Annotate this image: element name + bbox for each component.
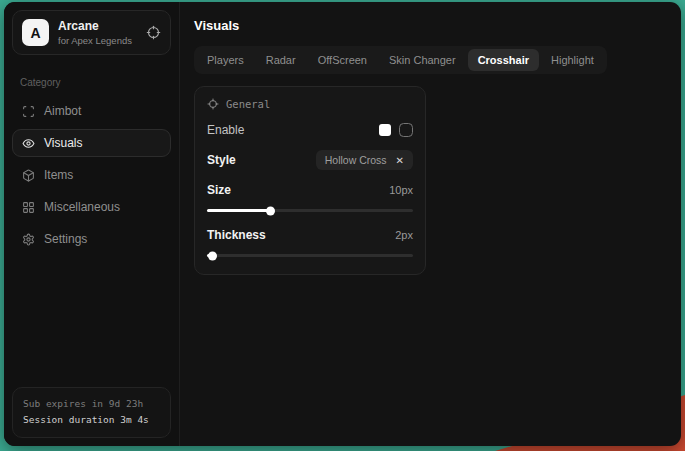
- target-icon[interactable]: [146, 25, 161, 40]
- sidebar-item-label: Items: [44, 168, 73, 182]
- aimbot-scan-icon: [22, 105, 35, 118]
- sub-expires-text: Sub expires in 9d 23h: [23, 396, 160, 413]
- style-select-value: Hollow Cross: [325, 154, 387, 166]
- subscription-card: Sub expires in 9d 23h Session duration 3…: [12, 387, 171, 438]
- sidebar-item-label: Visuals: [44, 136, 82, 150]
- tab-radar[interactable]: Radar: [256, 49, 306, 71]
- sidebar-item-items[interactable]: Items: [12, 161, 171, 189]
- enable-checkbox[interactable]: [399, 123, 413, 137]
- tab-offscreen[interactable]: OffScreen: [308, 49, 377, 71]
- thickness-value: 2px: [395, 229, 413, 241]
- general-panel: General Enable Style Hollow Cross ✕ Size: [194, 86, 426, 275]
- size-slider-fill: [207, 209, 271, 212]
- brand-text: Arcane for Apex Legends: [58, 19, 132, 46]
- sidebar: A Arcane for Apex Legends Category Aimbo…: [4, 2, 180, 446]
- category-label: Category: [20, 77, 163, 88]
- crosshair-icon: [207, 98, 219, 110]
- sidebar-item-miscellaneous[interactable]: Miscellaneous: [12, 193, 171, 221]
- settings-gear-icon: [22, 233, 35, 246]
- visuals-eye-icon: [22, 137, 35, 150]
- tab-players[interactable]: Players: [197, 49, 254, 71]
- thickness-slider-track[interactable]: [207, 254, 413, 257]
- enable-label: Enable: [207, 123, 244, 137]
- sidebar-item-label: Aimbot: [44, 104, 81, 118]
- size-slider-thumb[interactable]: [266, 206, 275, 215]
- page-title: Visuals: [194, 18, 667, 33]
- size-row: Size 10px: [207, 183, 413, 197]
- style-select[interactable]: Hollow Cross ✕: [316, 150, 413, 170]
- app-window: A Arcane for Apex Legends Category Aimbo…: [4, 2, 681, 446]
- items-box-icon: [22, 169, 35, 182]
- sidebar-item-label: Settings: [44, 232, 87, 246]
- visuals-tab-bar: Players Radar OffScreen Skin Changer Cro…: [194, 46, 607, 74]
- size-label: Size: [207, 183, 231, 197]
- app-title: Arcane: [58, 19, 132, 33]
- panel-header: General: [207, 98, 413, 110]
- sidebar-item-visuals[interactable]: Visuals: [12, 129, 171, 157]
- tab-skin-changer[interactable]: Skin Changer: [379, 49, 466, 71]
- style-label: Style: [207, 153, 236, 167]
- style-row: Style Hollow Cross ✕: [207, 150, 413, 170]
- sidebar-item-settings[interactable]: Settings: [12, 225, 171, 253]
- miscellaneous-grid-icon: [22, 201, 35, 214]
- tab-highlight[interactable]: Highlight: [541, 49, 604, 71]
- thickness-slider-fill: [207, 254, 213, 257]
- thickness-row: Thickness 2px: [207, 228, 413, 242]
- panel-title: General: [226, 98, 270, 110]
- app-subtitle: for Apex Legends: [58, 35, 132, 46]
- main-content: Visuals Players Radar OffScreen Skin Cha…: [180, 2, 681, 446]
- brand-card: A Arcane for Apex Legends: [12, 10, 171, 55]
- thickness-label: Thickness: [207, 228, 266, 242]
- clear-icon[interactable]: ✕: [396, 155, 404, 166]
- thickness-group: Thickness 2px: [207, 228, 413, 260]
- size-value: 10px: [389, 184, 413, 196]
- size-slider-track[interactable]: [207, 209, 413, 212]
- crosshair-color-swatch[interactable]: [379, 124, 391, 136]
- tab-crosshair[interactable]: Crosshair: [468, 49, 539, 71]
- size-group: Size 10px: [207, 183, 413, 215]
- thickness-slider-thumb[interactable]: [208, 251, 217, 260]
- app-logo: A: [22, 19, 49, 46]
- size-slider[interactable]: [207, 206, 413, 215]
- sidebar-item-label: Miscellaneous: [44, 200, 120, 214]
- enable-row: Enable: [207, 123, 413, 137]
- session-duration-text: Session duration 3m 4s: [23, 412, 160, 429]
- thickness-slider[interactable]: [207, 251, 413, 260]
- sidebar-item-aimbot[interactable]: Aimbot: [12, 97, 171, 125]
